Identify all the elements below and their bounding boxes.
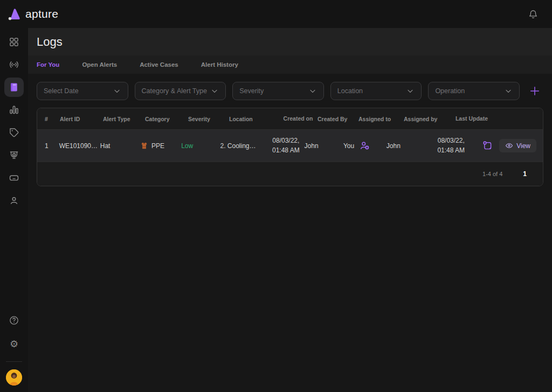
filter-select-date[interactable]: Select Date bbox=[37, 82, 128, 100]
column-header-created-on: Created on bbox=[279, 115, 318, 123]
note-add-icon bbox=[482, 140, 493, 151]
last-update-time: 01:48 AM bbox=[437, 146, 465, 154]
person-add-icon[interactable] bbox=[359, 140, 370, 151]
plus-icon bbox=[529, 85, 541, 97]
tab-alert-history[interactable]: Alert History bbox=[201, 61, 238, 68]
table-header-row: # Alert ID Alert Type Category Severity … bbox=[37, 108, 543, 130]
chevron-down-icon bbox=[113, 87, 121, 95]
sidebar-item-settings[interactable]: ⚙ bbox=[4, 334, 24, 354]
sidebar-item-cameras[interactable] bbox=[4, 145, 24, 165]
cell-assigned-to: You bbox=[343, 140, 387, 151]
column-header-index: # bbox=[45, 116, 60, 122]
sidebar-item-live[interactable] bbox=[4, 55, 24, 74]
broadcast-icon bbox=[9, 59, 19, 70]
last-update-date: 08/03/22, bbox=[438, 137, 465, 144]
gear-icon: ⚙ bbox=[10, 339, 18, 349]
column-header-category: Category bbox=[145, 116, 188, 122]
filter-severity[interactable]: Severity bbox=[232, 82, 324, 100]
filter-bar: Select Date Category & Alert Type Severi… bbox=[37, 82, 543, 100]
sidebar-bottom: ⚙ bbox=[4, 311, 24, 386]
column-header-alert-id: Alert ID bbox=[60, 116, 103, 122]
chevron-down-icon bbox=[308, 87, 317, 95]
created-on-date: 08/03/22, bbox=[272, 137, 299, 144]
cctv-icon bbox=[9, 150, 19, 160]
tab-open-alerts[interactable]: Open Alerts bbox=[82, 61, 117, 68]
cell-assigned-by: John bbox=[387, 142, 426, 150]
pagination-page-1[interactable]: 1 bbox=[523, 170, 527, 178]
add-filter-button[interactable] bbox=[526, 82, 543, 100]
created-on-time: 01:48 AM bbox=[272, 146, 300, 154]
main-area: Logs For You Open Alerts Active Cases Al… bbox=[28, 28, 552, 392]
bar-chart-icon bbox=[9, 104, 19, 115]
column-header-assigned-by: Assigned by bbox=[404, 116, 446, 122]
sidebar: ⚙ bbox=[0, 28, 28, 392]
filter-label: Severity bbox=[239, 87, 264, 95]
brand: apture bbox=[8, 8, 58, 21]
cell-note-action bbox=[475, 140, 499, 151]
table-footer: 1-4 of 4 1 bbox=[37, 162, 543, 186]
table-row[interactable]: 1 WE101090… Hat PPE Low 2. Cooling… bbox=[37, 130, 543, 162]
sidebar-item-help[interactable] bbox=[4, 311, 24, 330]
view-button-label: View bbox=[516, 142, 530, 150]
column-header-location: Location bbox=[229, 116, 279, 122]
cell-alert-id: WE101090… bbox=[59, 142, 100, 150]
cell-alert-type: Hat bbox=[100, 142, 140, 150]
filter-category-alert-type[interactable]: Category & Alert Type bbox=[135, 82, 226, 100]
cell-category: PPE bbox=[140, 142, 181, 150]
chevron-down-icon bbox=[210, 87, 219, 95]
bell-icon bbox=[528, 9, 538, 19]
eye-icon bbox=[505, 142, 513, 150]
filter-label: Select Date bbox=[44, 87, 79, 95]
user-avatar[interactable] bbox=[6, 369, 22, 386]
grid-icon bbox=[9, 37, 19, 47]
topbar: apture bbox=[0, 0, 552, 28]
apture-logo-icon bbox=[8, 8, 21, 21]
add-note-button[interactable] bbox=[482, 140, 493, 151]
cell-index: 1 bbox=[45, 142, 59, 150]
tab-active-cases[interactable]: Active Cases bbox=[140, 61, 178, 68]
page-title: Logs bbox=[37, 35, 63, 49]
sidebar-item-analytics[interactable] bbox=[4, 100, 24, 120]
filter-label: Location bbox=[337, 87, 363, 95]
chevron-down-icon bbox=[406, 87, 415, 95]
sidebar-item-tags[interactable] bbox=[4, 123, 24, 142]
cell-severity: Low bbox=[181, 142, 220, 150]
tab-bar: For You Open Alerts Active Cases Alert H… bbox=[28, 55, 552, 74]
card-icon bbox=[9, 172, 19, 183]
tag-icon bbox=[9, 127, 19, 138]
chevron-down-icon bbox=[504, 87, 513, 95]
cell-created-by: John bbox=[305, 142, 343, 150]
category-label: PPE bbox=[151, 142, 164, 150]
brand-name: apture bbox=[25, 8, 58, 20]
sidebar-item-dashboard[interactable] bbox=[4, 32, 24, 52]
content: Select Date Category & Alert Type Severi… bbox=[28, 74, 552, 392]
help-icon bbox=[9, 315, 19, 326]
logs-table: # Alert ID Alert Type Category Severity … bbox=[37, 108, 543, 186]
notifications-button[interactable] bbox=[528, 9, 538, 19]
page-header: Logs bbox=[28, 28, 552, 55]
sidebar-item-logs[interactable] bbox=[4, 78, 24, 97]
column-header-alert-type: Alert Type bbox=[103, 116, 145, 122]
column-header-created-by: Created By bbox=[318, 116, 358, 122]
filter-location[interactable]: Location bbox=[330, 82, 422, 100]
sidebar-nav bbox=[4, 32, 24, 210]
view-button[interactable]: View bbox=[499, 139, 536, 152]
cell-location: 2. Cooling… bbox=[220, 142, 267, 150]
column-header-assigned-to: Assigned to bbox=[358, 116, 404, 122]
safety-vest-icon bbox=[140, 142, 148, 150]
person-icon bbox=[9, 195, 19, 206]
cell-view-action: View bbox=[499, 139, 543, 152]
tab-for-you[interactable]: For You bbox=[37, 61, 59, 68]
column-header-severity: Severity bbox=[188, 116, 229, 122]
sidebar-item-people[interactable] bbox=[4, 191, 24, 210]
filter-operation[interactable]: Operation bbox=[428, 82, 520, 100]
cell-last-update: 08/03/22, 01:48 AM bbox=[426, 136, 475, 155]
pagination-range: 1-4 of 4 bbox=[482, 171, 502, 177]
column-header-last-update: Last Update bbox=[446, 115, 498, 123]
app-window: apture bbox=[0, 0, 552, 392]
book-icon bbox=[9, 82, 19, 93]
sidebar-divider bbox=[6, 361, 22, 362]
avatar-photo-icon bbox=[6, 369, 22, 386]
filter-label: Operation bbox=[435, 87, 465, 95]
sidebar-item-devices[interactable] bbox=[4, 168, 24, 187]
